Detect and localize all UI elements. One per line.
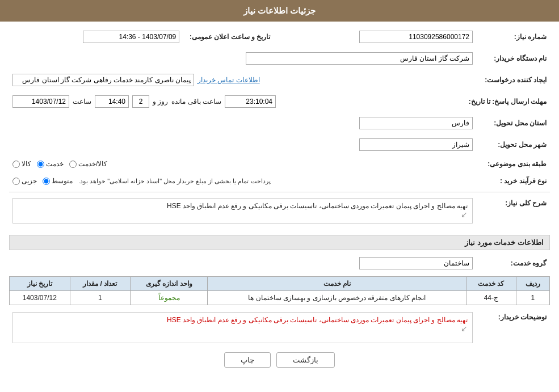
process-note: پرداخت تمام یا بخشی از مبلغ خریدار محل "… [78, 178, 271, 185]
col-date: تاریخ نیاز [10, 277, 70, 291]
buyer-notes-text: تهیه مصالح و اجرای پیمان تعمیرات موردی س… [167, 316, 468, 324]
creator-input [12, 74, 194, 86]
cell-name: انجام کارهای متفرقه درخصوص بازسازی و بهس… [208, 291, 466, 305]
buyer-org-label: نام دستگاه خریدار: [476, 50, 550, 67]
need-desc-label: شرح کلی نیاز: [476, 196, 550, 230]
category-khedmat[interactable]: خدمت [37, 160, 64, 168]
process-jozi[interactable]: جزیی [12, 177, 37, 185]
creator-label: ایجاد کننده درخواست: [476, 71, 550, 88]
city-input [359, 138, 473, 151]
cell-date: 1403/07/12 [10, 291, 70, 305]
button-group: بازگشت چاپ [9, 352, 550, 377]
need-number-input [359, 31, 473, 43]
deadline-label: مهلت ارسال پاسخ: تا تاریخ: [465, 93, 550, 110]
deadline-date-input [12, 95, 69, 108]
buyer-notes-label: توضیحات خریدار: [476, 310, 550, 345]
col-row: ردیف [516, 277, 549, 291]
page-title: جزئیات اطلاعات نیاز [243, 6, 316, 15]
back-button[interactable]: بازگشت [276, 352, 335, 368]
buyer-notes-block: تهیه مصالح و اجرای پیمان تعمیرات موردی س… [12, 312, 473, 343]
deadline-remaining-input [225, 95, 276, 108]
deadline-days-input [132, 95, 149, 108]
col-code: کد خدمت [466, 277, 516, 291]
need-desc-block: تهیه مصالح و اجرای پیمان تعمیرات موردی س… [12, 198, 473, 224]
table-row: 1 ج-44 انجام کارهای متفرقه درخصوص بازساز… [10, 291, 550, 305]
category-label: طبقه بندی موضوعی: [476, 158, 550, 170]
process-motavaset[interactable]: متوسط [43, 177, 73, 185]
group-input [359, 257, 473, 269]
need-desc-text: تهیه مصالح و اجرای پیمان تعمیرات موردی س… [167, 202, 468, 210]
need-number-label: شماره نیاز: [476, 28, 550, 45]
category-kala[interactable]: کالا [12, 160, 31, 168]
col-qty: تعداد / مقدار [70, 277, 130, 291]
deadline-time-input [95, 95, 129, 108]
contact-link[interactable]: اطلاعات تماس خریدار [197, 76, 260, 84]
print-button[interactable]: چاپ [224, 352, 271, 368]
cell-code: ج-44 [466, 291, 516, 305]
col-name: نام خدمت [208, 277, 466, 291]
cell-qty: 1 [70, 291, 130, 305]
city-label: شهر محل تحویل: [476, 136, 550, 153]
province-label: استان محل تحویل: [476, 115, 550, 132]
cell-unit: مجموعاً [131, 291, 208, 305]
group-label: گروه خدمت: [476, 255, 550, 272]
cell-row: 1 [516, 291, 549, 305]
services-table: ردیف کد خدمت نام خدمت واحد اندازه گیری ت… [9, 276, 550, 305]
province-input [359, 117, 473, 129]
time-label: ساعت [73, 98, 91, 106]
day-and-label: روز و [153, 98, 168, 106]
col-unit: واحد اندازه گیری [131, 277, 208, 291]
remaining-label: ساعت باقی مانده [171, 98, 221, 106]
page-header: جزئیات اطلاعات نیاز [0, 0, 559, 22]
date-announce-input [83, 31, 179, 43]
process-type-label: نوع فرآیند خرید : [476, 175, 550, 187]
category-kala-khedmat[interactable]: کالا/خدمت [69, 160, 107, 168]
buyer-org-input [246, 52, 473, 65]
services-section-title: اطلاعات خدمات مورد نیاز [9, 235, 550, 250]
date-announce-label: تاریخ و ساعت اعلان عمومی: [183, 28, 274, 45]
